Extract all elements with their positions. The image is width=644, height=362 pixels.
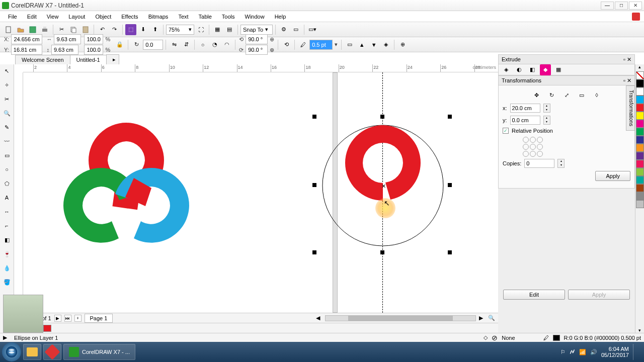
back-button[interactable]: ▼: [368, 39, 379, 50]
menu-object[interactable]: Object: [91, 13, 115, 21]
transform-rotate-button[interactable]: ↻: [546, 89, 557, 101]
width-field[interactable]: 9.63 cm: [54, 34, 81, 44]
shape-tool[interactable]: ✧: [2, 79, 13, 90]
lock-ratio-button[interactable]: 🔒: [114, 39, 125, 50]
docker-extrude-title[interactable]: Extrude▫ ✕: [498, 54, 635, 64]
show-rulers-button[interactable]: ▦: [212, 24, 223, 35]
extrude-icon-2[interactable]: ◐: [514, 64, 525, 75]
minimize-button[interactable]: —: [601, 2, 614, 10]
transform-scale-button[interactable]: ⤢: [561, 89, 572, 101]
color-swatch[interactable]: [636, 192, 644, 200]
color-swatch[interactable]: [636, 128, 644, 136]
transform-y-field[interactable]: [510, 116, 540, 125]
eyedropper-tool[interactable]: 💧: [2, 262, 13, 274]
connector-tool[interactable]: ⌐: [2, 220, 13, 231]
full-screen-button[interactable]: ⛶: [195, 24, 206, 35]
crop-tool[interactable]: ✂: [2, 94, 13, 105]
tab-untitled[interactable]: Untitled-1: [70, 55, 107, 64]
menu-bitmaps[interactable]: Bitmaps: [144, 13, 173, 21]
tab-new-button[interactable]: ▸: [106, 54, 119, 64]
add-page-button[interactable]: +: [74, 315, 82, 322]
color-swatch[interactable]: [636, 160, 644, 168]
paste-button[interactable]: [80, 24, 91, 35]
menu-layout[interactable]: Layout: [64, 13, 89, 21]
new-button[interactable]: [3, 24, 14, 35]
no-color-swatch[interactable]: [636, 71, 644, 79]
polygon-tool[interactable]: ⬠: [2, 178, 13, 189]
x-spinner[interactable]: ▴▾: [543, 104, 550, 113]
cut-button[interactable]: ✂: [56, 24, 67, 35]
start-button[interactable]: [2, 342, 21, 361]
fill-tool[interactable]: 🪣: [2, 277, 13, 288]
copy-button[interactable]: [68, 24, 79, 35]
transform-x-field[interactable]: [510, 104, 540, 113]
direction-button[interactable]: ⟲: [281, 39, 292, 50]
print-button[interactable]: [39, 24, 50, 35]
show-grid-button[interactable]: ▤: [224, 24, 235, 35]
quick-customize-button[interactable]: ⊕: [397, 39, 408, 50]
search-content-button[interactable]: ⬚: [125, 24, 136, 35]
menu-edit[interactable]: Edit: [23, 13, 41, 21]
taskbar-coreldraw[interactable]: CorelDRAW X7 - ...: [63, 344, 135, 360]
color-swatch[interactable]: [636, 152, 644, 160]
y-spinner[interactable]: ▴▾: [543, 116, 550, 125]
transform-size-button[interactable]: ▭: [576, 89, 587, 101]
next-page-button[interactable]: ▶: [54, 315, 61, 322]
extrude-icon-4[interactable]: ◆: [540, 64, 551, 75]
doc-swatch-red[interactable]: [43, 325, 51, 332]
color-swatch[interactable]: [636, 79, 644, 87]
redo-button[interactable]: ↷: [109, 24, 120, 35]
freehand-tool[interactable]: ✎: [2, 122, 13, 133]
transformations-side-tab[interactable]: Transformations: [626, 85, 635, 131]
pick-tool[interactable]: ↖: [2, 65, 13, 76]
zoom-field[interactable]: 75%▾: [166, 25, 194, 35]
color-swatch[interactable]: [636, 144, 644, 152]
menu-view[interactable]: View: [43, 13, 63, 21]
color-swatch[interactable]: [636, 120, 644, 128]
color-swatch[interactable]: [636, 184, 644, 192]
menu-tools[interactable]: Tools: [218, 13, 239, 21]
mirror-v-button[interactable]: ⇵: [181, 39, 192, 50]
anchor-grid[interactable]: [523, 137, 630, 157]
tray-volume-icon[interactable]: 🔊: [590, 349, 597, 355]
drop-shadow-tool[interactable]: ◧: [2, 234, 13, 245]
hscrollbar[interactable]: [325, 315, 476, 321]
wrap-text-button[interactable]: ▭: [344, 39, 355, 50]
color-swatch[interactable]: [636, 112, 644, 120]
transform-apply-button[interactable]: Apply: [595, 171, 630, 181]
close-button[interactable]: ✕: [629, 2, 642, 10]
snap-to-field[interactable]: Snap To▾: [240, 25, 273, 35]
options-button[interactable]: ⚙: [278, 24, 289, 35]
open-button[interactable]: [15, 24, 26, 35]
zoom-indicator-icon[interactable]: 🔍: [488, 315, 495, 321]
extrude-icon-3[interactable]: ◧: [527, 64, 538, 75]
relative-checkbox[interactable]: ✓: [503, 128, 509, 134]
ellipse-button[interactable]: ○: [197, 39, 208, 50]
rectangle-tool[interactable]: ▭: [2, 150, 13, 161]
menu-window[interactable]: Window: [241, 13, 269, 21]
start-angle-field[interactable]: 90.0 °: [246, 34, 268, 44]
pie-button[interactable]: ◔: [209, 39, 220, 50]
mirror-h-button[interactable]: ⇋: [169, 39, 180, 50]
color-swatch[interactable]: [636, 96, 644, 104]
transform-position-button[interactable]: ✥: [531, 89, 542, 101]
save-button[interactable]: [27, 24, 38, 35]
ellipse-tool[interactable]: ○: [2, 164, 13, 175]
page-tab[interactable]: Page 1: [85, 314, 113, 323]
copies-field[interactable]: [524, 159, 554, 168]
app-button[interactable]: ▭▾: [307, 24, 318, 35]
extrude-icon-1[interactable]: ◈: [501, 64, 512, 75]
color-swatch[interactable]: [636, 176, 644, 184]
taskbar-app2[interactable]: [43, 344, 61, 360]
launch-button[interactable]: ▭: [290, 24, 301, 35]
hscroll-left[interactable]: ◀: [316, 315, 322, 321]
tray-flag-icon[interactable]: ⚐: [560, 349, 566, 355]
copies-spinner[interactable]: ▴▾: [557, 159, 565, 168]
palette-up-button[interactable]: ▴: [635, 64, 644, 71]
menu-file[interactable]: File: [4, 13, 21, 21]
transparency-tool[interactable]: 🍷: [2, 248, 13, 259]
scale-x-field[interactable]: 100.0: [84, 34, 103, 44]
arc-button[interactable]: ◠: [221, 39, 232, 50]
menu-table[interactable]: Table: [195, 13, 216, 21]
tab-welcome[interactable]: Welcome Screen: [15, 55, 70, 64]
